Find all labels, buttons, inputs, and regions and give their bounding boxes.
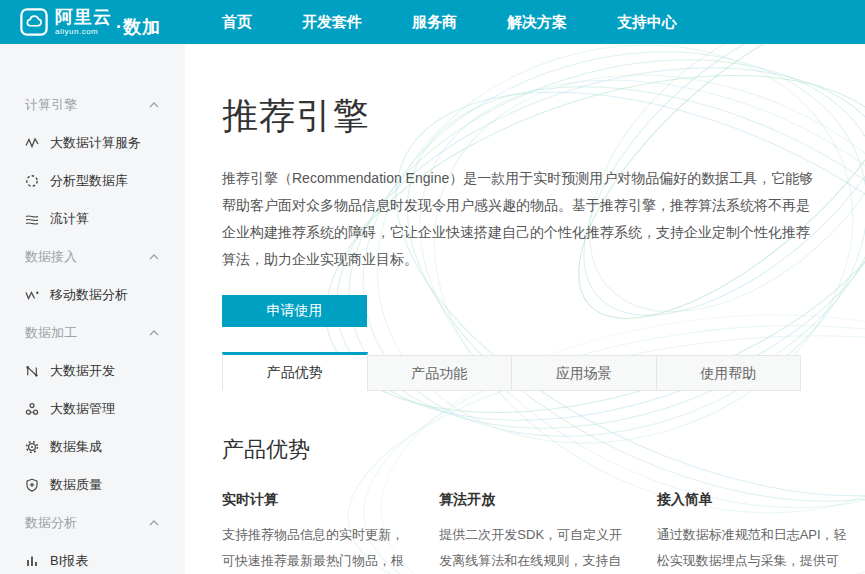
sidebar-group-label: 数据分析 <box>25 514 77 532</box>
tab-help[interactable]: 使用帮助 <box>656 355 802 391</box>
page-title: 推荐引擎 <box>222 92 850 141</box>
apply-button[interactable]: 申请使用 <box>222 295 367 327</box>
sidebar-item-label: 数据质量 <box>50 476 102 494</box>
feature-title: 接入简单 <box>657 491 848 509</box>
sidebar-group-label: 计算引擎 <box>25 96 77 114</box>
sidebar-group-data-ingestion[interactable]: 数据接入 <box>0 238 185 276</box>
sidebar-item-label: BI报表 <box>50 552 88 570</box>
wave-icon <box>25 288 39 302</box>
feature-realtime-compute: 实时计算 支持推荐物品信息的实时更新，可快速推荐最新最热门物品，根据更新的物品信… <box>222 491 413 574</box>
feature-body: 支持推荐物品信息的实时更新，可快速推荐最新最热门物品，根据更新的物品信息及日志数… <box>222 522 413 574</box>
nav-item-solutions[interactable]: 解决方案 <box>507 13 567 32</box>
chevron-up-icon <box>149 330 159 336</box>
section-title: 产品优势 <box>222 435 850 465</box>
sidebar-item-bi-report[interactable]: BI报表 <box>0 542 185 574</box>
sidebar-item-mobile-analytics[interactable]: 移动数据分析 <box>0 276 185 314</box>
sidebar-item-label: 大数据管理 <box>50 400 115 418</box>
tab-product-features[interactable]: 产品功能 <box>367 355 513 391</box>
sidebar-item-bigdata-mgmt[interactable]: 大数据管理 <box>0 390 185 428</box>
dashed-circle-icon <box>25 174 39 188</box>
chevron-up-icon <box>149 520 159 526</box>
chevron-up-icon <box>149 254 159 260</box>
sidebar-item-stream-compute[interactable]: 流计算 <box>0 200 185 238</box>
nav-item-dev-suite[interactable]: 开发套件 <box>302 13 362 32</box>
feature-body: 通过数据标准规范和日志API，轻松实现数据埋点与采集，提供可视化的算法流程编辑器… <box>657 522 848 574</box>
main-nav: 首页 开发套件 服务商 解决方案 支持中心 <box>222 13 677 32</box>
sidebar-item-analytic-db[interactable]: 分析型数据库 <box>0 162 185 200</box>
chevron-up-icon <box>149 102 159 108</box>
aliyun-logo[interactable]: 阿里云 aliyun.com ·数加 <box>20 8 180 36</box>
main-content: 推荐引擎 推荐引擎（Recommendation Engine）是一款用于实时预… <box>185 44 865 574</box>
feature-open-algorithm: 算法开放 提供二次开发SDK，可自定义开发离线算法和在线规则，支持自定义算法模板… <box>439 491 630 574</box>
tab-product-advantages[interactable]: 产品优势 <box>222 352 368 391</box>
sidebar-item-label: 流计算 <box>50 210 89 228</box>
sidebar-item-label: 分析型数据库 <box>50 172 128 190</box>
logo-domain-text: aliyun.com <box>55 28 112 36</box>
nav-item-home[interactable]: 首页 <box>222 13 252 32</box>
sidebar-group-data-processing[interactable]: 数据加工 <box>0 314 185 352</box>
sidebar-item-data-integration[interactable]: 数据集成 <box>0 428 185 466</box>
sidebar-item-bigdata-dev[interactable]: 大数据开发 <box>0 352 185 390</box>
product-description: 推荐引擎（Recommendation Engine）是一款用于实时预测用户对物… <box>222 165 822 273</box>
sidebar-item-label: 大数据计算服务 <box>50 134 141 152</box>
sidebar: 计算引擎 大数据计算服务 分析型数据库 流计算 数据接入 <box>0 44 185 574</box>
sidebar-item-maxcompute[interactable]: 大数据计算服务 <box>0 124 185 162</box>
stream-icon <box>25 212 39 226</box>
sidebar-group-label: 数据接入 <box>25 248 77 266</box>
sidebar-item-label: 移动数据分析 <box>50 286 128 304</box>
sidebar-group-label: 数据加工 <box>25 324 77 342</box>
aliyun-cloud-logo-icon <box>20 8 48 36</box>
feature-body: 提供二次开发SDK，可自定义开发离线算法和在线规则，支持自定义算法模板，任意搭配… <box>439 522 630 574</box>
feature-columns: 实时计算 支持推荐物品信息的实时更新，可快速推荐最新最热门物品，根据更新的物品信… <box>222 491 850 574</box>
sidebar-group-data-analysis[interactable]: 数据分析 <box>0 504 185 542</box>
bar-chart-icon <box>25 554 39 568</box>
tab-use-cases[interactable]: 应用场景 <box>511 355 657 391</box>
top-header: 阿里云 aliyun.com ·数加 首页 开发套件 服务商 解决方案 支持中心 <box>0 0 865 44</box>
product-tabs: 产品优势 产品功能 应用场景 使用帮助 <box>222 352 801 391</box>
feature-title: 实时计算 <box>222 491 413 509</box>
sidebar-item-data-quality[interactable]: 数据质量 <box>0 466 185 504</box>
sidebar-group-compute-engine[interactable]: 计算引擎 <box>0 86 185 124</box>
sidebar-item-label: 大数据开发 <box>50 362 115 380</box>
nav-item-support[interactable]: 支持中心 <box>617 13 677 32</box>
feature-easy-access: 接入简单 通过数据标准规范和日志API，轻松实现数据埋点与采集，提供可视化的算法… <box>657 491 848 574</box>
cluster-icon <box>25 402 39 416</box>
pulse-icon <box>25 136 39 150</box>
sidebar-item-label: 数据集成 <box>50 438 102 456</box>
nodes-icon <box>25 364 39 378</box>
logo-suffix-text: ·数加 <box>116 18 161 36</box>
feature-title: 算法开放 <box>439 491 630 509</box>
shield-icon <box>25 478 39 492</box>
gear-icon <box>25 440 39 454</box>
logo-brand-text: 阿里云 <box>55 8 112 26</box>
nav-item-service-provider[interactable]: 服务商 <box>412 13 457 32</box>
